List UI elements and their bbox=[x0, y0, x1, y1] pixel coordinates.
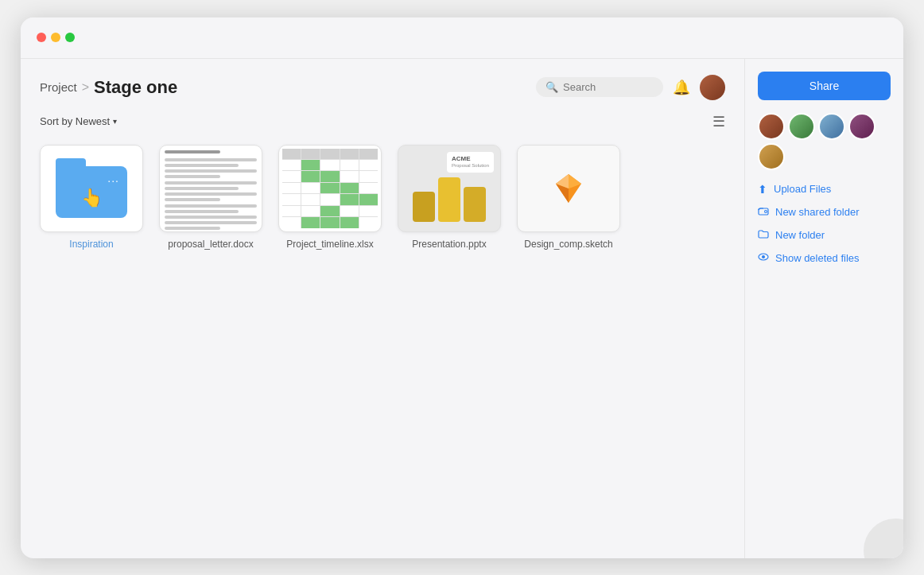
right-sidebar: Share ⬆ Upload Files bbox=[744, 59, 903, 558]
file-name-proposal: proposal_letter.docx bbox=[168, 239, 253, 250]
new-folder-action[interactable]: New folder bbox=[758, 228, 891, 242]
collaborator-avatar-5[interactable] bbox=[758, 143, 785, 170]
file-thumb-xlsx bbox=[278, 145, 382, 232]
file-item-sketch[interactable]: Design_comp.sketch bbox=[517, 145, 620, 250]
collaborators-avatars bbox=[758, 113, 891, 170]
file-item-presentation[interactable]: ACME Proposal Solution Presentation.pptx bbox=[398, 145, 501, 250]
file-thumb-folder: ··· 👆 bbox=[40, 145, 143, 232]
share-button[interactable]: Share bbox=[758, 72, 891, 100]
upload-files-label: Upload Files bbox=[774, 183, 831, 195]
folder-menu-icon: ··· bbox=[107, 174, 119, 187]
sort-button[interactable]: Sort by Newest ▾ bbox=[40, 115, 117, 127]
collaborator-avatar-2[interactable] bbox=[788, 113, 815, 140]
collaborator-avatar-1[interactable] bbox=[758, 113, 785, 140]
file-item-proposal[interactable]: proposal_letter.docx bbox=[159, 145, 262, 250]
new-shared-folder-icon bbox=[758, 205, 769, 219]
minimize-button[interactable] bbox=[51, 33, 60, 42]
new-shared-folder-action[interactable]: New shared folder bbox=[758, 205, 891, 219]
breadcrumb-current: Stage one bbox=[94, 77, 177, 98]
file-name-inspiration: Inspiration bbox=[69, 239, 113, 250]
maximize-button[interactable] bbox=[65, 33, 75, 42]
file-item-timeline[interactable]: Project_timeline.xlsx bbox=[278, 145, 382, 250]
svg-marker-5 bbox=[556, 174, 569, 184]
search-input[interactable] bbox=[563, 81, 654, 93]
show-deleted-label: Show deleted files bbox=[775, 252, 860, 264]
new-folder-icon bbox=[758, 228, 769, 242]
svg-point-9 bbox=[762, 255, 765, 258]
close-button[interactable] bbox=[37, 33, 46, 42]
breadcrumb-project[interactable]: Project bbox=[40, 80, 77, 94]
file-thumb-pptx: ACME Proposal Solution bbox=[398, 145, 501, 232]
file-thumb-sketch bbox=[517, 145, 620, 232]
upload-icon: ⬆ bbox=[758, 183, 767, 196]
collaborator-avatar-4[interactable] bbox=[848, 113, 875, 140]
sketch-diamond-icon bbox=[551, 171, 586, 206]
file-name-sketch: Design_comp.sketch bbox=[524, 239, 612, 250]
show-deleted-icon bbox=[758, 251, 769, 265]
file-thumb-docx bbox=[159, 145, 262, 232]
notification-bell-icon[interactable]: 🔔 bbox=[673, 79, 690, 96]
search-icon: 🔍 bbox=[545, 81, 558, 93]
sort-arrow-icon: ▾ bbox=[113, 117, 117, 126]
files-grid: ··· 👆 Inspiration bbox=[40, 145, 725, 250]
search-box[interactable]: 🔍 bbox=[536, 77, 663, 97]
file-name-timeline: Project_timeline.xlsx bbox=[286, 239, 373, 250]
action-list: ⬆ Upload Files New shared folder bbox=[758, 183, 891, 265]
upload-files-action[interactable]: ⬆ Upload Files bbox=[758, 183, 891, 196]
new-folder-label: New folder bbox=[775, 229, 825, 241]
folder-body: ··· 👆 bbox=[56, 166, 127, 218]
breadcrumb-separator: > bbox=[82, 80, 89, 95]
collaborator-avatar-3[interactable] bbox=[818, 113, 845, 140]
cursor-icon: 👆 bbox=[81, 188, 103, 208]
show-deleted-action[interactable]: Show deleted files bbox=[758, 251, 891, 265]
breadcrumb: Project > Stage one bbox=[40, 77, 177, 98]
file-item-folder-inspiration[interactable]: ··· 👆 Inspiration bbox=[40, 145, 143, 250]
user-avatar[interactable] bbox=[700, 75, 725, 100]
new-shared-folder-label: New shared folder bbox=[775, 206, 860, 218]
file-name-presentation: Presentation.pptx bbox=[412, 239, 486, 250]
list-view-icon[interactable]: ☰ bbox=[712, 113, 725, 130]
